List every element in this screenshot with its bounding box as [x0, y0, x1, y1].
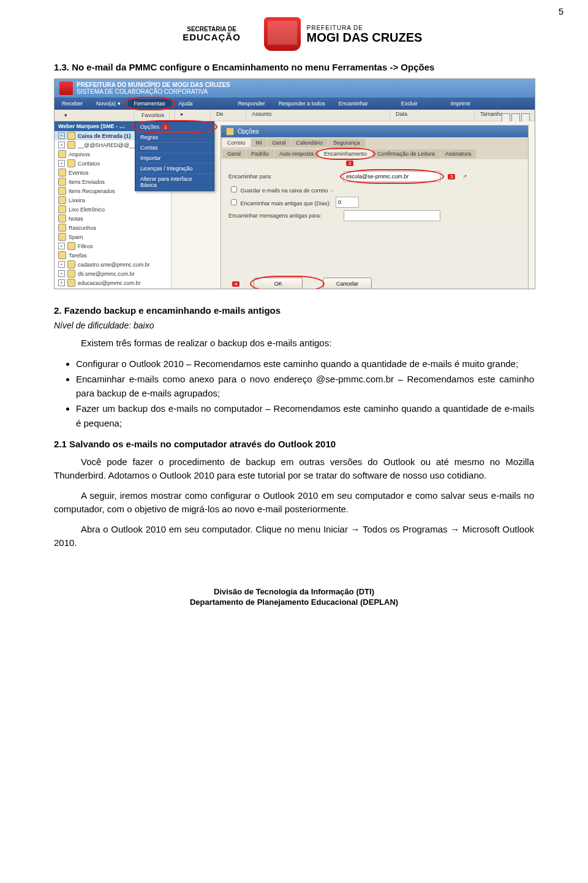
- menu-opcoes[interactable]: Opções1: [135, 122, 214, 132]
- education-logo: SECRETARIA DE EDUCAÇÃO: [166, 19, 258, 50]
- marker-4: 4: [232, 281, 239, 287]
- tab2-encaminhamento[interactable]: Encaminhamento: [319, 150, 372, 158]
- marker-2: 2: [346, 161, 353, 166]
- input-dias[interactable]: [336, 197, 359, 208]
- tab-seguranca[interactable]: Segurança: [328, 138, 365, 147]
- tab2-assinatura[interactable]: Assinatura: [440, 150, 477, 158]
- menu-alterar[interactable]: Alterar para Interface Básica: [135, 174, 214, 191]
- menu-licencas[interactable]: Licenças / Integração: [135, 164, 214, 174]
- tab-correio[interactable]: Correio: [222, 138, 251, 147]
- list-item: Encaminhar e-mails como anexo para o nov…: [76, 372, 534, 401]
- main-toolbar: Receber Novo(a) ▾ Ferramentas Ajuda Resp…: [55, 97, 535, 110]
- forward-form: Encaminhar para: 3 ↗ Guardar e-mails na …: [221, 166, 528, 229]
- tb-ajuda[interactable]: Ajuda: [173, 99, 199, 108]
- window-controls[interactable]: [502, 113, 530, 122]
- sidebar-spam[interactable]: Spam: [55, 232, 171, 241]
- sidebar-lixo[interactable]: Lixo Eletrônico: [55, 205, 171, 214]
- options-title: Opções: [221, 126, 528, 137]
- tab2-geral[interactable]: Geral: [222, 150, 246, 158]
- flag-col-icon: ▸: [176, 110, 211, 121]
- sidebar-rascunhos[interactable]: Rascunhos: [55, 223, 171, 232]
- section-1-3-title: 1.3. No e-mail da PMMC configure o Encam…: [54, 62, 534, 72]
- lbl-guardar: Guardar e-mails na caixa de correio: [241, 188, 328, 194]
- options-panel: Opções Correio IM Geral Calendário Segur…: [221, 125, 529, 289]
- app-title-2: SISTEMA DE COLABORAÇÃO CORPORATIVA: [77, 88, 230, 95]
- city-crest-icon: [264, 17, 301, 51]
- sidebar-acc2[interactable]: +dti.sme@pmmc.com.br: [55, 269, 171, 278]
- mogi-logo: PREFEITURA DE MOGI DAS CRUZES: [307, 25, 423, 44]
- tb-novo[interactable]: Novo(a) ▾: [90, 99, 127, 108]
- tb-responder[interactable]: Responder: [232, 99, 271, 108]
- input-encaminhar-para[interactable]: [344, 171, 440, 182]
- paragraph-1: Você pode fazer o procedimento de backup…: [54, 455, 534, 483]
- arrow-icon: →: [450, 524, 459, 534]
- sidebar-filtros[interactable]: +Filtros: [55, 241, 171, 251]
- lbl-antigas: Encaminhar mais antigas que (Dias):: [241, 200, 331, 207]
- tab-calendario[interactable]: Calendário: [292, 138, 328, 147]
- section-2-1-title: 2.1 Salvando os e-mails no computador at…: [54, 439, 534, 449]
- webmail-screenshot: PREFEITURA DO MUNICÍPIO DE MOGI DAS CRUZ…: [54, 78, 535, 289]
- paragraph-3: Abra o Outlook 2010 em seu computador. C…: [54, 523, 534, 550]
- tb-encaminhar[interactable]: Encaminhar: [333, 99, 374, 108]
- sidebar-lixeira[interactable]: Lixeira: [55, 195, 171, 205]
- menu-regras[interactable]: Regras: [135, 132, 214, 143]
- tb-receber[interactable]: Receber: [56, 99, 89, 108]
- input-msg-antigas[interactable]: [344, 210, 440, 221]
- intro-paragraph: Existem três formas de realizar o backup…: [54, 336, 534, 351]
- btn-cancelar[interactable]: Cancelar: [323, 278, 372, 289]
- arrow-icon: ↗: [462, 173, 467, 180]
- page-number: 5: [559, 6, 564, 17]
- paragraph-2: A seguir, iremos mostrar como configurar…: [54, 489, 534, 517]
- tab2-padrao[interactable]: Padrão: [246, 150, 274, 158]
- app-title-1: PREFEITURA DO MUNICÍPIO DE MOGI DAS CRUZ…: [77, 81, 230, 88]
- arrow-icon: →: [351, 524, 360, 534]
- sidebar-acc3[interactable]: +educacao@pmmc.com.br: [55, 278, 171, 287]
- list-item: Configurar o Outlook 2010 – Recomendamos…: [76, 357, 534, 371]
- btn-ok[interactable]: OK: [254, 278, 303, 289]
- backup-methods-list: Configurar o Outlook 2010 – Recomendamos…: [62, 357, 534, 430]
- menu-contas[interactable]: Contas: [135, 143, 214, 153]
- lbl-encaminhar-para: Encaminhar para:: [228, 173, 339, 180]
- letterhead: SECRETARIA DE EDUCAÇÃO PREFEITURA DE MOG…: [54, 17, 534, 51]
- sidebar-acc1[interactable]: +cadastro.sme@pmmc.com.br: [55, 260, 171, 269]
- page-footer: Divisão de Tecnologia da Informação (DTI…: [54, 587, 534, 608]
- chk-antigas[interactable]: [231, 199, 237, 205]
- options-tabs-1: Correio IM Geral Calendário Segurança: [221, 137, 528, 148]
- sidebar-acc4[interactable]: +orientadores.sme@pmmc.com.br: [55, 287, 171, 288]
- app-crest-icon: [59, 81, 73, 95]
- columns-header: ▾Favoritos ▸ De Assunto Data Tamanho: [55, 110, 535, 121]
- tb-ferramentas[interactable]: Ferramentas: [128, 99, 172, 108]
- chevron-down-icon[interactable]: ▾: [59, 111, 134, 119]
- difficulty-label: Nível de dificuldade: baixo: [54, 320, 534, 330]
- tab-im[interactable]: IM: [251, 138, 267, 147]
- chk-guardar[interactable]: [231, 186, 237, 192]
- list-item: Fazer um backup dos e-mails no computado…: [76, 401, 534, 430]
- tb-excluir[interactable]: Excluir: [395, 99, 424, 108]
- tb-imprimir[interactable]: Imprimir: [445, 99, 477, 108]
- lbl-msg-antigas: Encaminhar mensagens antigas para:: [228, 213, 339, 219]
- section-2-title: 2. Fazendo backup e encaminhando e-mails…: [54, 305, 534, 316]
- sidebar-notas[interactable]: Notas: [55, 214, 171, 223]
- options-tabs-2: Geral Padrão Auto-resposta Encaminhament…: [221, 148, 528, 159]
- marker-3: 3: [448, 174, 455, 180]
- tb-respondertodos[interactable]: Responder a todos: [273, 99, 331, 108]
- tab2-confirmacao[interactable]: Confirmação de Leitura: [372, 150, 440, 158]
- menu-importar[interactable]: Importar: [135, 153, 214, 164]
- sidebar-tarefas[interactable]: Tarefas: [55, 251, 171, 260]
- ferramentas-menu: Opções1 Regras Contas Importar Licenças …: [135, 121, 214, 191]
- tab2-auto[interactable]: Auto-resposta: [274, 150, 318, 158]
- tab-geral[interactable]: Geral: [268, 138, 291, 147]
